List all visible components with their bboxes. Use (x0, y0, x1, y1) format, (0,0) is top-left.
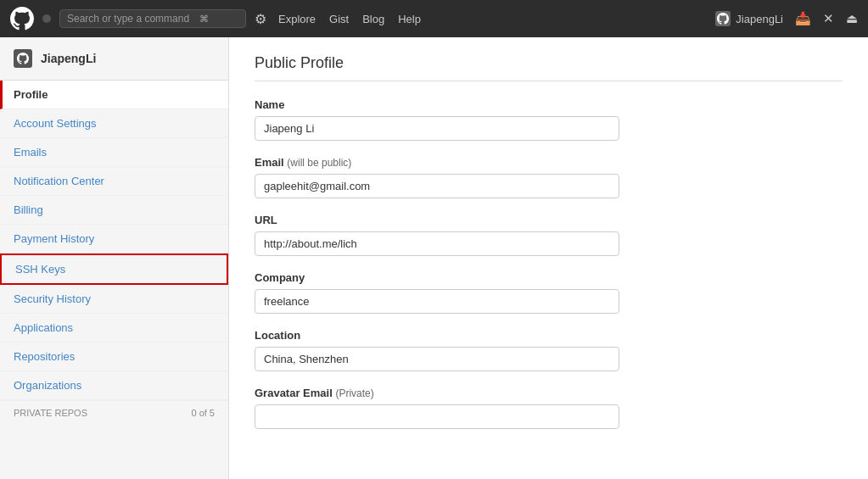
nav-username: JiapengLi (736, 13, 783, 25)
sidebar-item-profile[interactable]: Profile (0, 81, 228, 109)
label-location: Location (255, 329, 843, 342)
field-company: Company (255, 271, 843, 314)
logout-icon[interactable]: ⏏ (846, 11, 858, 26)
sidebar-item-security-history[interactable]: Security History (0, 285, 228, 314)
field-location: Location (255, 329, 843, 371)
sidebar-item-ssh-keys[interactable]: SSH Keys (0, 253, 228, 285)
sidebar-item-payment-history[interactable]: Payment History (0, 225, 228, 253)
input-gravatar-email[interactable] (255, 404, 619, 429)
private-repos-value: 0 of 5 (191, 408, 215, 418)
field-email: Email (will be public) (255, 156, 843, 198)
input-name[interactable] (255, 116, 619, 141)
nav-help[interactable]: Help (398, 13, 421, 25)
field-gravatar-email: Gravatar Email (Private) (255, 387, 843, 429)
input-email[interactable] (255, 174, 619, 198)
sidebar-item-billing[interactable]: Billing (0, 196, 228, 225)
nav-user[interactable]: JiapengLi (715, 11, 783, 26)
sidebar-avatar (14, 49, 32, 68)
nav-right: JiapengLi 📥 ✕ ⏏ (715, 11, 858, 26)
search-box[interactable]: ⌘ (59, 9, 246, 28)
private-repos-label: PRIVATE REPOS (14, 408, 87, 418)
gravatar-sublabel: (Private) (335, 387, 373, 399)
label-gravatar-email: Gravatar Email (Private) (255, 387, 843, 399)
input-url[interactable] (255, 231, 619, 256)
sidebar-item-account-settings[interactable]: Account Settings (0, 109, 228, 138)
sidebar-item-repositories[interactable]: Repositories (0, 343, 228, 371)
nav-indicator (42, 14, 51, 23)
sidebar-username: JiapengLi (41, 52, 96, 65)
settings-icon[interactable]: ⚙ (255, 11, 266, 27)
field-name: Name (255, 98, 843, 141)
label-name: Name (255, 98, 843, 111)
search-input[interactable] (67, 13, 194, 25)
nav-links: Explore Gist Blog Help (278, 13, 421, 25)
nav-blog[interactable]: Blog (362, 13, 384, 25)
tools-icon[interactable]: ✕ (823, 11, 834, 26)
notifications-icon[interactable]: 📥 (795, 11, 811, 26)
sidebar-item-emails[interactable]: Emails (0, 138, 228, 167)
label-url: URL (255, 214, 843, 226)
field-url: URL (255, 214, 843, 256)
private-repos-row: PRIVATE REPOS 0 of 5 (0, 400, 228, 425)
input-location[interactable] (255, 347, 619, 371)
label-company: Company (255, 271, 843, 284)
command-icon: ⌘ (199, 14, 209, 25)
sidebar-item-notification-center[interactable]: Notification Center (0, 167, 228, 196)
main-content: Public Profile Name Email (will be publi… (229, 37, 868, 479)
sidebar-item-organizations[interactable]: Organizations (0, 371, 228, 400)
main-layout: JiapengLi Profile Account Settings Email… (0, 37, 868, 479)
sidebar-item-applications[interactable]: Applications (0, 314, 228, 343)
sidebar: JiapengLi Profile Account Settings Email… (0, 37, 229, 479)
sidebar-user: JiapengLi (0, 37, 228, 81)
top-navigation: ⌘ ⚙ Explore Gist Blog Help JiapengLi 📥 ✕… (0, 0, 868, 37)
nav-gist[interactable]: Gist (329, 13, 349, 25)
email-sublabel: (will be public) (287, 157, 351, 169)
github-logo[interactable] (10, 7, 34, 31)
input-company[interactable] (255, 289, 619, 314)
nav-explore[interactable]: Explore (278, 13, 316, 25)
nav-user-avatar (715, 11, 731, 26)
page-title: Public Profile (255, 54, 843, 81)
label-email: Email (will be public) (255, 156, 843, 169)
